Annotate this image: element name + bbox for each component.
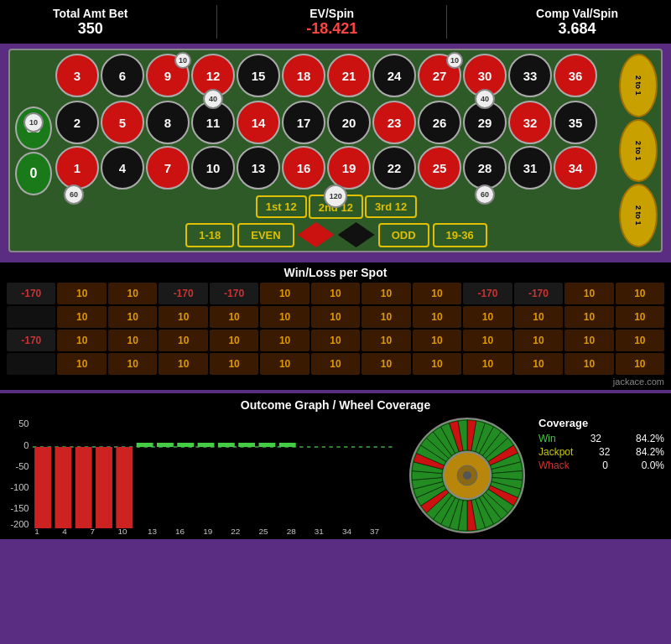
number-25[interactable]: 25 bbox=[418, 146, 461, 190]
number-2[interactable]: 2 bbox=[55, 101, 99, 144]
jackace-credit: jackace.com bbox=[7, 377, 664, 387]
header: Total Amt Bet 350 EV/Spin -18.421 Comp V… bbox=[0, 0, 671, 44]
jackpot-count: 32 bbox=[599, 446, 610, 458]
bet-odd[interactable]: ODD bbox=[378, 223, 429, 247]
two-to-one-top[interactable]: 2 to 1 bbox=[619, 54, 658, 117]
wl-cell: 10 bbox=[260, 330, 309, 351]
number-4[interactable]: 4 bbox=[101, 146, 144, 190]
number-1[interactable]: 1 bbox=[55, 146, 99, 190]
wl-cell: 10 bbox=[159, 353, 207, 375]
wl-cell: 10 bbox=[210, 306, 258, 328]
number-20[interactable]: 20 bbox=[327, 101, 371, 144]
dozen-3rd-12[interactable]: 3rd 12 bbox=[365, 195, 417, 218]
wl-cell: 10 bbox=[311, 330, 360, 351]
number-24[interactable]: 24 bbox=[372, 54, 416, 97]
number-21[interactable]: 21 bbox=[327, 54, 371, 97]
number-9[interactable]: 910 bbox=[146, 54, 190, 97]
wl-cell: 10 bbox=[108, 306, 157, 328]
coverage-row-whack: Whack 0 0.0% bbox=[538, 460, 664, 471]
svg-text:10: 10 bbox=[118, 527, 127, 534]
number-10[interactable]: 10 bbox=[191, 146, 235, 190]
number-28[interactable]: 28 bbox=[463, 146, 507, 190]
dozen-1st-12[interactable]: 1st 12 bbox=[256, 195, 307, 218]
svg-rect-12 bbox=[137, 443, 153, 447]
wl-cell: 10 bbox=[564, 306, 613, 328]
number-34[interactable]: 34 bbox=[554, 146, 597, 190]
wl-cell: 10 bbox=[514, 306, 563, 328]
wl-cell: 10 bbox=[57, 330, 106, 351]
number-36[interactable]: 36 bbox=[554, 54, 597, 97]
number-19[interactable]: 19 bbox=[327, 146, 371, 190]
number-13[interactable]: 13 bbox=[237, 146, 280, 190]
two-to-one-column: 2 to 1 2 to 1 2 to 1 bbox=[619, 54, 658, 247]
diamond-red[interactable] bbox=[298, 222, 335, 247]
number-27[interactable]: 2710 bbox=[418, 54, 461, 97]
comp-val-label: Comp Val/Spin bbox=[536, 7, 618, 20]
diamond-black[interactable] bbox=[338, 222, 375, 247]
wl-cell: 10 bbox=[311, 353, 360, 375]
number-5[interactable]: 5 bbox=[101, 101, 144, 144]
chip-bottom-left: 60 bbox=[64, 184, 84, 205]
svg-rect-8 bbox=[55, 447, 71, 528]
wl-cell: -170 bbox=[210, 283, 258, 304]
wl-cell: 10 bbox=[260, 353, 309, 375]
coverage-title: Coverage bbox=[538, 417, 664, 429]
total-amt-bet-value: 350 bbox=[53, 20, 127, 38]
svg-text:50: 50 bbox=[18, 419, 29, 428]
whack-label: Whack bbox=[538, 460, 570, 471]
bet-1-18[interactable]: 1-18 bbox=[185, 223, 234, 247]
svg-rect-9 bbox=[75, 447, 92, 528]
bet-19-36[interactable]: 19-36 bbox=[433, 223, 487, 247]
number-8[interactable]: 8 bbox=[146, 101, 190, 144]
wl-cell: 10 bbox=[564, 330, 613, 351]
number-18[interactable]: 18 bbox=[282, 54, 325, 97]
number-17[interactable]: 17 bbox=[282, 101, 325, 144]
svg-point-37 bbox=[463, 471, 471, 480]
number-22[interactable]: 22 bbox=[372, 146, 416, 190]
wl-cell: 10 bbox=[260, 306, 309, 328]
svg-rect-16 bbox=[218, 443, 235, 447]
bet-even[interactable]: EVEN bbox=[237, 223, 294, 247]
wl-cell: 10 bbox=[108, 353, 157, 375]
svg-text:-100: -100 bbox=[10, 483, 29, 492]
number-23[interactable]: 23 bbox=[372, 101, 416, 144]
wl-cell: 10 bbox=[564, 353, 613, 375]
two-to-one-mid[interactable]: 2 to 1 bbox=[619, 119, 658, 183]
outcome-title: Outcome Graph / Wheel Coverage bbox=[7, 398, 664, 412]
two-to-one-bot[interactable]: 2 to 1 bbox=[619, 184, 658, 247]
number-31[interactable]: 31 bbox=[508, 146, 552, 190]
svg-text:-150: -150 bbox=[10, 504, 29, 513]
number-26[interactable]: 26 bbox=[418, 101, 461, 144]
number-32[interactable]: 32 bbox=[508, 101, 552, 144]
outcome-chart: 50 0 -50 -100 -150 -200 bbox=[7, 417, 396, 534]
number-7[interactable]: 7 bbox=[146, 146, 190, 190]
whack-count: 0 bbox=[602, 460, 608, 471]
wl-cell: 10 bbox=[616, 353, 664, 375]
number-33[interactable]: 33 bbox=[508, 54, 552, 97]
wl-cell: 10 bbox=[57, 306, 106, 328]
wheel-area bbox=[404, 417, 530, 534]
number-14[interactable]: 14 bbox=[237, 101, 280, 144]
coverage-area: Coverage Win 32 84.2% Jackpot 32 84.2% W… bbox=[538, 417, 664, 473]
wl-cell: 10 bbox=[362, 330, 410, 351]
wl-cell: 10 bbox=[463, 353, 512, 375]
ev-spin-value: -18.421 bbox=[306, 20, 357, 38]
number-0[interactable]: 0 bbox=[15, 152, 52, 195]
wl-cell: 10 bbox=[362, 306, 410, 328]
dozen-row: 1st 12 120 2nd 12 3rd 12 bbox=[55, 195, 617, 219]
number-3[interactable]: 3 bbox=[55, 54, 99, 97]
wl-row-4: 10 10 10 10 10 10 10 10 10 10 10 10 bbox=[7, 353, 664, 375]
number-35[interactable]: 35 bbox=[554, 101, 597, 144]
number-16[interactable]: 16 bbox=[282, 146, 325, 190]
wl-row-1: -170 10 10 -170 -170 10 10 10 10 -170 -1… bbox=[7, 283, 664, 304]
wl-cell: 10 bbox=[514, 330, 563, 351]
number-6[interactable]: 6 bbox=[101, 54, 144, 97]
wl-cell: 10 bbox=[362, 283, 410, 304]
wl-cell: 10 bbox=[159, 330, 207, 351]
svg-rect-13 bbox=[157, 443, 174, 447]
wl-cell: 10 bbox=[311, 283, 360, 304]
svg-rect-7 bbox=[34, 447, 51, 528]
winloss-grid: -170 10 10 -170 -170 10 10 10 10 -170 -1… bbox=[7, 283, 664, 375]
wl-cell: 10 bbox=[108, 283, 157, 304]
number-15[interactable]: 15 bbox=[237, 54, 280, 97]
